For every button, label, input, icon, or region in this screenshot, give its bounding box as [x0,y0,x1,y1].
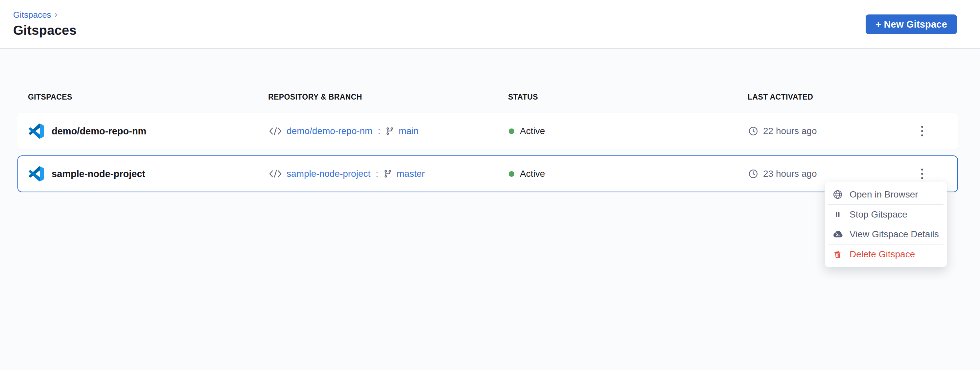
trash-icon [832,250,843,259]
chevron-right-icon: › [54,10,57,19]
last-activated-text: 22 hours ago [763,126,817,137]
gitspaces-table: GITSPACES REPOSITORY & BRANCH STATUS LAS… [0,49,980,192]
clock-icon [748,169,758,179]
column-header-last-activated: LAST ACTIVATED [748,93,898,102]
column-header-gitspaces: GITSPACES [28,93,268,102]
status-text: Active [520,168,545,179]
pause-icon [832,210,843,219]
last-activated-cell: 23 hours ago [748,168,897,179]
repository-link[interactable]: demo/demo-repo-nm [286,126,372,137]
repository-branch-cell: demo/demo-repo-nm : main [269,126,509,137]
vscode-icon [29,124,44,139]
header-left: Gitspaces › Gitspaces [13,10,76,38]
menu-item-stop-gitspace[interactable]: Stop Gitspace [825,205,947,224]
globe-icon [832,190,843,200]
git-branch-icon [383,170,392,178]
column-header-status: STATUS [508,93,748,102]
context-menu: Open in Browser Stop Gitspace View Gitsp… [824,182,947,267]
gitspace-cell: sample-node-project [29,166,269,181]
vscode-icon [29,166,44,181]
git-branch-icon [385,127,394,135]
table-row[interactable]: sample-node-project sample-node-project … [18,156,958,192]
menu-item-label: Stop Gitspace [850,209,907,220]
cloud-terminal-icon [832,229,843,240]
gitspaces-page: Gitspaces › Gitspaces + New Gitspace GIT… [0,0,980,370]
branch-link[interactable]: main [399,126,419,137]
status-text: Active [520,126,545,137]
menu-item-label: View Gitspace Details [850,229,939,240]
gitspace-name: sample-node-project [52,168,145,179]
clock-icon [748,126,758,136]
repo-branch-separator: : [375,168,379,179]
kebab-menu-icon [921,126,923,128]
row-actions-button[interactable] [916,122,928,140]
gitspace-name: demo/demo-repo-nm [52,126,146,137]
code-icon [269,169,282,178]
menu-item-label: Open in Browser [850,189,918,200]
last-activated-text: 23 hours ago [763,168,817,179]
table-row[interactable]: demo/demo-repo-nm demo/demo-repo-nm : ma… [18,113,958,149]
menu-item-open-in-browser[interactable]: Open in Browser [825,185,947,204]
menu-item-delete-gitspace[interactable]: Delete Gitspace [825,245,947,264]
status-dot-icon [509,129,514,134]
repository-branch-cell: sample-node-project : master [269,168,509,179]
code-icon [269,127,282,136]
breadcrumb-link-gitspaces[interactable]: Gitspaces [13,10,51,20]
repo-branch-separator: : [377,126,381,137]
column-header-repository-branch: REPOSITORY & BRANCH [268,93,508,102]
repository-link[interactable]: sample-node-project [286,168,371,179]
last-activated-cell: 22 hours ago [748,126,897,137]
breadcrumb: Gitspaces › [13,10,76,20]
status-dot-icon [509,171,514,177]
new-gitspace-button[interactable]: + New Gitspace [865,14,957,34]
menu-item-view-gitspace-details[interactable]: View Gitspace Details [825,224,947,244]
status-cell: Active [509,126,748,137]
menu-item-label: Delete Gitspace [850,249,915,260]
kebab-menu-icon [921,168,923,170]
status-cell: Active [509,168,748,179]
table-header-row: GITSPACES REPOSITORY & BRANCH STATUS LAS… [18,92,958,102]
page-title: Gitspaces [13,23,76,38]
branch-link[interactable]: master [397,168,425,179]
row-actions-button[interactable] [916,165,928,183]
gitspace-cell: demo/demo-repo-nm [29,124,269,139]
page-header: Gitspaces › Gitspaces + New Gitspace [0,0,980,49]
